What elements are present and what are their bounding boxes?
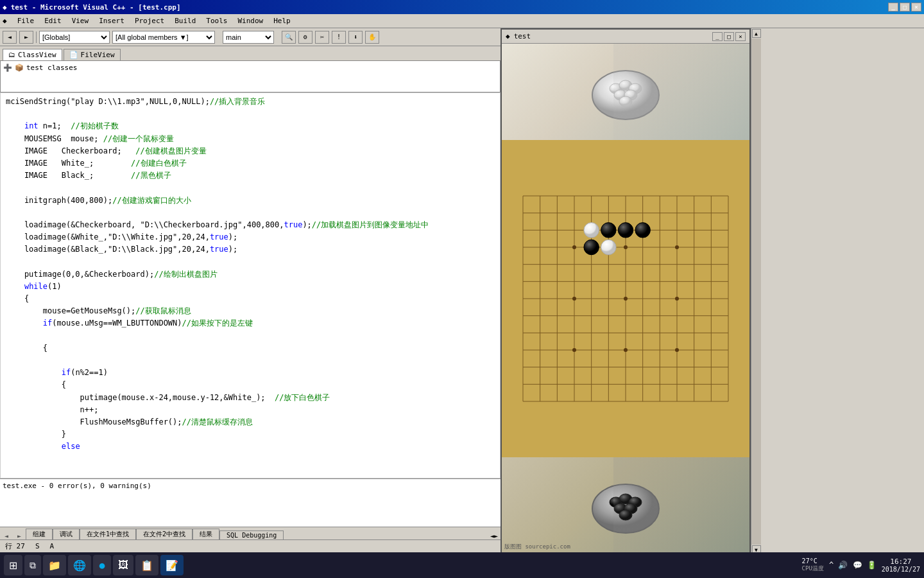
menu-build[interactable]: Build	[169, 15, 201, 26]
taskbar-icons: ^ 🔊 💬 🔋	[829, 561, 877, 570]
game-minimize-btn[interactable]: _	[712, 32, 723, 41]
toolbar-back[interactable]: ◄	[3, 31, 17, 44]
game-close-btn[interactable]: ×	[735, 32, 746, 41]
bottom-nav-left[interactable]: ◄	[0, 532, 13, 539]
bottom-nav-right[interactable]: ►	[13, 532, 26, 539]
tab-find1[interactable]: 在文件1中查找	[80, 529, 136, 539]
explorer-button[interactable]: 📁	[43, 555, 66, 575]
toolbar-fwd[interactable]: ►	[19, 31, 33, 44]
code-line: {	[6, 379, 495, 391]
view-tabs: 🗂 ClassView 📄 FileView	[0, 46, 501, 60]
bottom-nav-scroll: ◄ ►	[490, 532, 501, 539]
game-scroll-track[interactable]	[751, 39, 761, 545]
svg-point-41	[572, 297, 576, 301]
toolbar-btn6[interactable]: ✋	[365, 31, 379, 44]
bottom-tabs: ◄ ► 组建 调试 在文件1中查找 在文件2中查找 结果 SQL Debuggi…	[0, 527, 501, 539]
stone-black[interactable]	[635, 223, 650, 238]
title-bar-text: test - Microsoft Visual C++ - [test.cpp]	[11, 3, 181, 12]
expand-icon[interactable]: ➕	[3, 64, 12, 72]
minimize-button[interactable]: _	[888, 3, 898, 12]
tab-build[interactable]: 组建	[26, 529, 53, 539]
menu-window[interactable]: Window	[232, 15, 268, 26]
code-line: putimage(mouse.x-24,mouse.y-12,&White_);…	[6, 392, 495, 404]
code-line	[6, 256, 495, 268]
taskbar-right: 27°CCPU温度 ^ 🔊 💬 🔋 16:27 2018/12/27	[802, 557, 920, 573]
maximize-button[interactable]: □	[900, 3, 910, 12]
fileview-icon: 📄	[69, 51, 78, 59]
status-line-info: 行 27	[5, 541, 25, 551]
toolbar-btn1[interactable]: 🔍	[282, 31, 296, 44]
toolbar-btn4[interactable]: !	[332, 31, 346, 44]
tab-debug[interactable]: 调试	[53, 529, 80, 539]
taskbar: ⊞ ⧉ 📁 🌐 ● 🖼 📋 📝 27°CCPU温度 ^ 🔊 💬 🔋 16:27 …	[0, 552, 924, 578]
menu-item-icon: ◆	[3, 17, 7, 25]
game-icon: ◆	[506, 32, 510, 40]
code-line: {	[6, 342, 495, 355]
code-line: mouse=GetMouseMsg();//获取鼠标消息	[6, 305, 495, 317]
code-line: MOUSEMSG mouse; //创建一个鼠标变量	[6, 133, 495, 145]
clipboard-button[interactable]: 📋	[135, 555, 158, 575]
menu-tools[interactable]: Tools	[201, 15, 232, 26]
menu-project[interactable]: Project	[130, 15, 169, 26]
close-button[interactable]: ×	[911, 3, 921, 12]
stone-black[interactable]	[618, 223, 633, 238]
go-board-svg[interactable]	[510, 183, 741, 414]
stone-white[interactable]	[584, 223, 599, 238]
toolbar-btn5[interactable]: ⬇	[348, 31, 363, 44]
toolbar-btn3[interactable]: ✂	[315, 31, 329, 44]
image-button[interactable]: 🖼	[113, 555, 133, 575]
black-stones-area: 版图图 sourcepic.com	[502, 457, 749, 554]
ide-panel: ◄ ► [Globals] [All global members ▼] mai…	[0, 28, 501, 552]
code-line	[6, 108, 495, 120]
code-line: IMAGE White_; //创建白色棋子	[6, 157, 495, 170]
fileview-tab[interactable]: 📄 FileView	[64, 49, 121, 60]
status-bar: 行 27 S A	[0, 539, 501, 552]
members-dropdown[interactable]: [All global members ▼]	[112, 31, 215, 44]
browser-button[interactable]: 🌐	[68, 555, 91, 575]
code-line: initgraph(400,800);//创建游戏窗口的大小	[6, 195, 495, 207]
code-line: while(1)	[6, 281, 495, 293]
game-title-left: ◆ test	[506, 32, 531, 40]
code-line: if(mouse.uMsg==WM_LBUTTONDOWN)//如果按下的是左键	[6, 317, 495, 329]
menu-help[interactable]: Help	[268, 15, 296, 26]
circle-app[interactable]: ●	[93, 555, 111, 575]
menu-file[interactable]: File	[12, 15, 40, 26]
stone-white[interactable]	[601, 240, 616, 254]
menu-view[interactable]: View	[67, 15, 94, 26]
function-dropdown[interactable]: main	[223, 31, 274, 44]
code-line: putimage(0,0,&Checkerboard);//绘制出棋盘图片	[6, 268, 495, 281]
scenery-bg-bottom	[613, 457, 749, 554]
tab-find2[interactable]: 在文件2中查找	[136, 529, 193, 539]
start-button[interactable]: ⊞	[4, 555, 22, 575]
svg-point-40	[624, 348, 628, 352]
stone-black[interactable]	[584, 240, 599, 254]
menu-bar: ◆ File Edit View Insert Project Build To…	[0, 14, 924, 28]
game-title-text: test	[514, 32, 531, 40]
stone-black[interactable]	[601, 223, 616, 238]
game-scrollbar[interactable]: ▲ ▼	[751, 28, 761, 555]
code-line	[6, 355, 495, 367]
code-line	[6, 182, 495, 194]
toolbar-btn2[interactable]: ⚙	[298, 31, 312, 44]
code-line: }	[6, 428, 495, 441]
taskbar-clock[interactable]: 16:27 2018/12/27	[882, 557, 920, 573]
game-window: ◆ test _ □ ×	[501, 28, 751, 555]
svg-point-42	[675, 297, 679, 301]
scroll-right-icon[interactable]: ►	[494, 532, 498, 539]
game-scroll-up[interactable]: ▲	[752, 29, 761, 38]
menu-insert[interactable]: Insert	[94, 15, 130, 26]
white-stones-area	[502, 44, 749, 140]
taskview-button[interactable]: ⧉	[24, 555, 41, 575]
game-maximize-btn[interactable]: □	[724, 32, 734, 41]
tab-results[interactable]: 结果	[193, 529, 219, 539]
menu-edit[interactable]: Edit	[39, 15, 67, 26]
tab-sql[interactable]: SQL Debugging	[219, 530, 284, 539]
code-area[interactable]: mciSendString("play D:\\1.mp3",NULL,0,NU…	[0, 92, 501, 478]
code-line: {	[6, 293, 495, 305]
code-line: if(n%2==1)	[6, 367, 495, 379]
title-bar-left: ◆ test - Microsoft Visual C++ - [test.cp…	[3, 3, 181, 12]
scope-dropdown[interactable]: [Globals]	[39, 31, 110, 44]
classview-tab[interactable]: 🗂 ClassView	[3, 49, 62, 60]
code-line: loadimage(&Black_,"D:\\Black.jpg",20,24,…	[6, 243, 495, 256]
vs-pinned[interactable]: 📝	[160, 555, 184, 575]
